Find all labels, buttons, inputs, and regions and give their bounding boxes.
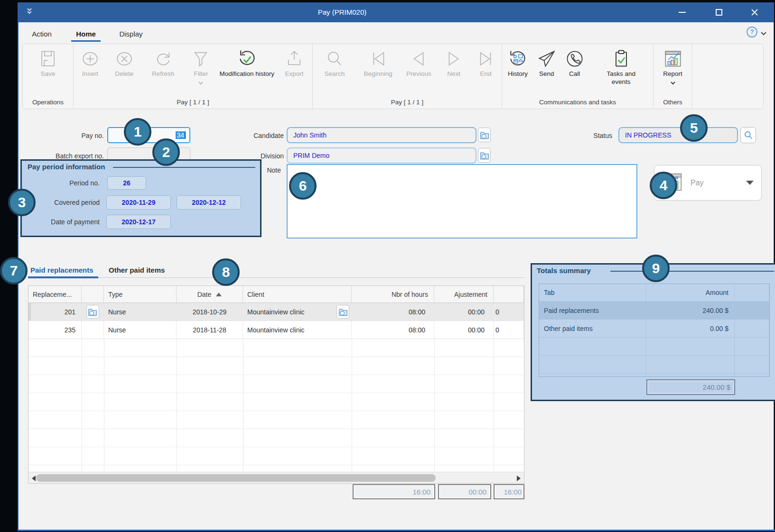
ribbon-group-label-communications: Communications and tasks [502,99,653,106]
horizontal-scrollbar[interactable] [28,472,524,483]
division-field[interactable]: PRIM Demo [287,147,476,164]
menu-tab-display[interactable]: Display [115,28,147,40]
totals-empty-row [539,356,769,374]
ribbon-group-label-pay-left: Pay [ 1 / 1 ] [74,99,312,106]
totals-column-tab[interactable]: Tab [539,284,646,301]
scroll-left-icon[interactable] [32,476,36,481]
beginning-icon [368,48,388,70]
paid-replacements-grid: Replaceme... Type Date Client Nbr of hou… [28,285,524,484]
client-lookup-button[interactable] [336,305,349,319]
date-of-payment-field[interactable]: 2020-12-17 [106,215,171,229]
totals-row-label: Other paid items [539,320,646,337]
column-header-lookup[interactable] [82,286,104,303]
annotation-badge-1: 1 [124,118,151,146]
menu-tab-home[interactable]: Home [71,28,101,40]
folder-search-icon [88,307,97,317]
ribbon-empty-area [692,44,763,109]
minimize-icon [679,12,686,13]
grid-row-2[interactable]: 235 Nurse 2018-11-28 Mountainview clinic… [28,321,524,339]
note-textarea[interactable] [287,164,637,238]
export-icon [284,48,304,70]
close-button[interactable] [744,2,766,22]
column-header-type[interactable]: Type [104,286,177,303]
save-icon [38,48,58,70]
cell-adjustment: 00:00 [434,303,494,321]
totals-column-amount[interactable]: Amount [646,284,735,301]
ribbon-group-others: Report Others [654,44,692,109]
cell-overflow: 0 [494,303,524,321]
cell-type: Nurse [104,303,177,321]
pay-no-label: Pay no. [47,131,104,140]
quick-access-icon[interactable] [25,8,34,17]
totals-summary-title-line [610,271,774,272]
candidate-lookup-button[interactable] [478,128,491,142]
column-header-client[interactable]: Client [243,286,352,303]
covered-period-to-field[interactable]: 2020-12-12 [177,195,241,210]
previous-icon [409,48,429,70]
active-tab-underline [71,40,101,42]
cell-date: 2018-10-29 [177,303,243,321]
annotation-badge-8: 8 [212,258,240,286]
note-label: Note [251,166,281,174]
ribbon-group-label-pay-right: Pay [ 1 / 1 ] [313,99,502,106]
help-chevron-icon[interactable] [760,29,767,38]
column-header-hours[interactable]: Nbr of hours [352,286,434,303]
grand-total-box: 240.00 $ [646,379,735,395]
totals-row-amount: 0.00 $ [646,320,735,337]
column-header-adjustment[interactable]: Ajustement [434,286,494,303]
tab-strip-baseline [28,277,524,278]
tab-paid-replacements[interactable]: Paid replacements [30,265,93,276]
annotation-badge-2: 2 [152,138,180,166]
send-icon [536,48,557,70]
column-header-replacement[interactable]: Replaceme... [28,286,82,303]
grid-body: 201 Nurse 2018-10-29 Mountainview clinic [28,303,524,472]
next-icon [444,48,464,70]
row-selection-indicator [28,303,31,321]
annotation-badge-7: 7 [0,257,28,284]
scroll-right-icon[interactable] [517,476,521,481]
totals-row-other-paid-items[interactable]: Other paid items 0.00 $ [539,320,769,338]
period-no-field[interactable]: 26 [107,176,146,190]
insert-icon [80,48,100,70]
maximize-icon [716,9,722,16]
grid-header-row: Replaceme... Type Date Client Nbr of hou… [28,286,524,303]
grid-row-1[interactable]: 201 Nurse 2018-10-29 Mountainview clinic [28,303,524,321]
totals-summary-table: Tab Amount Paid replacements 240.00 $ Ot… [539,284,770,377]
delete-icon [114,48,134,70]
cell-hours: 08:00 [352,303,434,321]
pay-no-value: 34 [176,131,186,139]
modification-history-icon [236,48,257,70]
division-lookup-button[interactable] [478,148,491,163]
minimize-button[interactable] [671,2,693,22]
totals-row-paid-replacements[interactable]: Paid replacements 240.00 $ [539,302,769,320]
cell-replacement: 235 [28,321,82,339]
maximize-button[interactable] [708,2,730,22]
date-of-payment-label: Date of payment [33,218,100,226]
folder-search-icon [338,307,348,317]
tab-other-paid-items[interactable]: Other paid items [109,265,165,276]
report-icon [663,48,683,70]
status-label: Status [565,131,612,140]
totals-summary-title: Totals summary [537,266,591,275]
cell-date: 2018-11-28 [177,321,243,339]
column-header-overflow[interactable] [494,286,524,303]
overflow-total-box: 16:00 [494,484,524,499]
history-icon [507,48,528,70]
window-bottom-border [18,530,775,531]
totals-empty-row [539,374,769,377]
menu-tab-action[interactable]: Action [29,28,54,40]
covered-period-from-field[interactable]: 2020-11-29 [106,195,171,210]
candidate-field[interactable]: John Smith [287,127,476,143]
replacement-lookup-button[interactable] [86,305,99,319]
hours-total-box: 16:00 [353,484,435,499]
ribbon-group-pay-right: Search Beginning Previous [313,44,502,109]
column-header-date-label: Date [197,291,212,298]
help-icon[interactable]: ? [747,27,757,37]
status-field[interactable]: IN PROGRESS [618,127,738,143]
ribbon-group-pay-left: Insert Delete Refresh [74,44,313,109]
column-header-date[interactable]: Date [177,286,243,303]
end-icon [476,48,496,70]
cell-client: Mountainview clinic [243,321,352,339]
status-search-button[interactable] [740,127,756,143]
scrollbar-thumb[interactable] [36,474,436,482]
